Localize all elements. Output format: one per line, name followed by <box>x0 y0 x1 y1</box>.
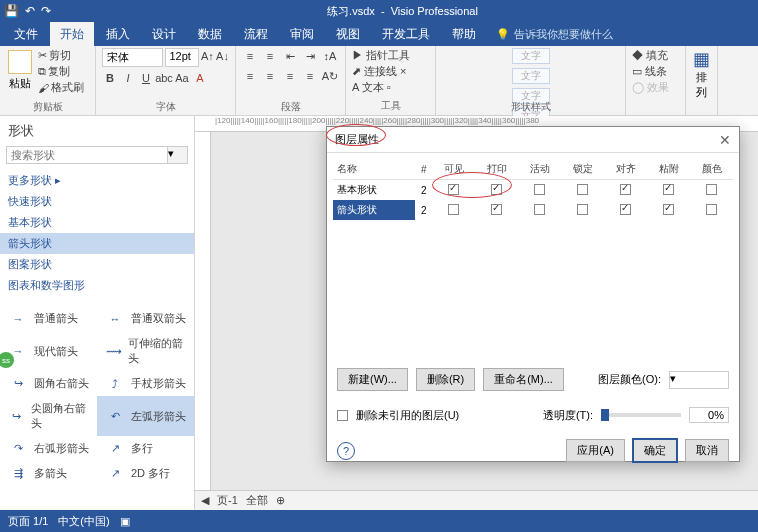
stencil-category[interactable]: 更多形状 ▸ <box>0 170 194 191</box>
ribbon-tab[interactable]: 设计 <box>142 22 186 47</box>
remove-layer-button[interactable]: 删除(R) <box>416 368 475 391</box>
transparency-value[interactable]: 0% <box>689 407 729 423</box>
shape-item[interactable]: →普通箭头 <box>0 306 97 331</box>
layer-row[interactable]: 箭头形状2 <box>333 200 733 220</box>
line-button[interactable]: ▭ 线条 <box>632 64 679 79</box>
new-layer-button[interactable]: 新建(W)... <box>337 368 408 391</box>
spacing-icon[interactable]: ↕A <box>322 48 338 64</box>
paste-button[interactable]: 粘贴 <box>6 48 34 95</box>
delete-unused-checkbox[interactable] <box>337 410 348 421</box>
checkbox[interactable] <box>663 184 674 195</box>
font-size-select[interactable]: 12pt <box>165 48 199 67</box>
checkbox[interactable] <box>534 184 545 195</box>
font-name-select[interactable]: 宋体 <box>102 48 163 67</box>
add-page-icon[interactable]: ⊕ <box>276 494 285 507</box>
connector-tool[interactable]: ⬈ 连接线 × <box>352 64 429 79</box>
shape-item[interactable]: ↪尖圆角右箭头 <box>0 396 97 436</box>
layer-color-select[interactable]: ▾ <box>669 371 729 389</box>
layer-row[interactable]: 基本形状2 <box>333 180 733 201</box>
shape-item[interactable]: ⟿可伸缩的箭头 <box>97 331 194 371</box>
shape-item[interactable]: ↪圆角右箭头 <box>0 371 97 396</box>
shape-item[interactable]: ⇶多箭头 <box>0 461 97 486</box>
italic-button[interactable]: I <box>120 70 136 86</box>
ribbon-tab[interactable]: 文件 <box>4 22 48 47</box>
shape-item[interactable]: ↷右弧形箭头 <box>0 436 97 461</box>
fill-button[interactable]: ◆ 填充 <box>632 48 679 63</box>
apply-button[interactable]: 应用(A) <box>566 439 625 462</box>
ribbon-tab[interactable]: 视图 <box>326 22 370 47</box>
transparency-slider[interactable] <box>601 413 681 417</box>
redo-icon[interactable]: ↷ <box>41 4 51 18</box>
help-icon[interactable]: ? <box>337 442 355 460</box>
shape-item[interactable]: →现代箭头 <box>0 331 97 371</box>
ok-button[interactable]: 确定 <box>633 439 677 462</box>
close-icon[interactable]: ✕ <box>719 132 731 148</box>
outdent-icon[interactable]: ⇤ <box>282 48 298 64</box>
all-pages[interactable]: 全部 <box>246 493 268 508</box>
pointer-tool[interactable]: ▶ 指针工具 <box>352 48 429 63</box>
ribbon-tab[interactable]: 审阅 <box>280 22 324 47</box>
stencil-category[interactable]: 箭头形状 <box>0 233 194 254</box>
rotate-text-icon[interactable]: A↻ <box>322 68 338 84</box>
align-center-icon[interactable]: ≡ <box>262 68 278 84</box>
checkbox[interactable] <box>706 184 717 195</box>
rename-layer-button[interactable]: 重命名(M)... <box>483 368 564 391</box>
checkbox[interactable] <box>448 184 459 195</box>
checkbox[interactable] <box>620 184 631 195</box>
ribbon-tab[interactable]: 插入 <box>96 22 140 47</box>
align-right-icon[interactable]: ≡ <box>282 68 298 84</box>
align-left-icon[interactable]: ≡ <box>242 68 258 84</box>
shrink-font-icon[interactable]: A↓ <box>216 48 229 64</box>
cancel-button[interactable]: 取消 <box>685 439 729 462</box>
stencil-category[interactable]: 基本形状 <box>0 212 194 233</box>
stencil-category[interactable]: 图表和数学图形 <box>0 275 194 296</box>
copy-button[interactable]: ⧉复制 <box>38 64 84 79</box>
checkbox[interactable] <box>448 204 459 215</box>
search-input[interactable] <box>6 146 168 164</box>
bold-button[interactable]: B <box>102 70 118 86</box>
font-color-button[interactable]: A <box>192 70 208 86</box>
shape-item[interactable]: ↗多行 <box>97 436 194 461</box>
ribbon-tab[interactable]: 数据 <box>188 22 232 47</box>
effects-button[interactable]: ◯ 效果 <box>632 80 679 95</box>
case-button[interactable]: Aa <box>174 70 190 86</box>
text-tool[interactable]: A 文本 ▫ <box>352 80 429 95</box>
record-icon[interactable]: ▣ <box>120 515 130 528</box>
underline-button[interactable]: U <box>138 70 154 86</box>
checkbox[interactable] <box>706 204 717 215</box>
format-painter-button[interactable]: 🖌格式刷 <box>38 80 84 95</box>
ribbon-tab[interactable]: 流程 <box>234 22 278 47</box>
cut-button[interactable]: ✂剪切 <box>38 48 84 63</box>
stencil-category[interactable]: 图案形状 <box>0 254 194 275</box>
shape-item[interactable]: ⤴手杖形箭头 <box>97 371 194 396</box>
checkbox[interactable] <box>620 204 631 215</box>
page-tab[interactable]: 页-1 <box>217 493 238 508</box>
strike-button[interactable]: abc <box>156 70 172 86</box>
ribbon-tab[interactable]: 开始 <box>50 22 94 47</box>
shape-item[interactable]: ↶左弧形箭头 <box>97 396 194 436</box>
numbering-icon[interactable]: ≡ <box>262 48 278 64</box>
search-dropdown[interactable]: ▾ <box>168 146 188 164</box>
checkbox[interactable] <box>577 204 588 215</box>
checkbox[interactable] <box>663 204 674 215</box>
stencil-category[interactable]: 快速形状 <box>0 191 194 212</box>
save-icon[interactable]: 💾 <box>4 4 19 18</box>
arrange-icon[interactable]: ▦ <box>692 48 711 70</box>
undo-icon[interactable]: ↶ <box>25 4 35 18</box>
shape-item[interactable]: ↗2D 多行 <box>97 461 194 486</box>
checkbox[interactable] <box>491 184 502 195</box>
checkbox[interactable] <box>534 204 545 215</box>
checkbox[interactable] <box>577 184 588 195</box>
grow-font-icon[interactable]: A↑ <box>201 48 214 64</box>
bullets-icon[interactable]: ≡ <box>242 48 258 64</box>
ribbon-tab[interactable]: 帮助 <box>442 22 486 47</box>
style-preset[interactable]: 文字 <box>512 68 550 84</box>
prev-page-icon[interactable]: ◀ <box>201 494 209 507</box>
indent-icon[interactable]: ⇥ <box>302 48 318 64</box>
justify-icon[interactable]: ≡ <box>302 68 318 84</box>
tell-me[interactable]: 💡告诉我你想要做什么 <box>496 27 613 42</box>
shape-item[interactable]: ↔普通双箭头 <box>97 306 194 331</box>
style-preset[interactable]: 文字 <box>512 48 550 64</box>
checkbox[interactable] <box>491 204 502 215</box>
ribbon-tab[interactable]: 开发工具 <box>372 22 440 47</box>
